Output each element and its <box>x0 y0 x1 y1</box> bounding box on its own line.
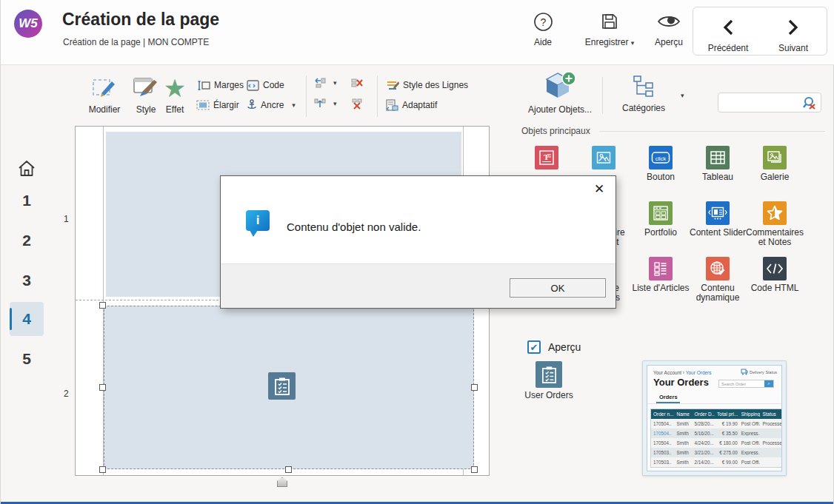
svg-text:click: click <box>655 155 667 162</box>
table-row: 170503..Smith3/21/20...€ 275.00Express..… <box>651 448 782 457</box>
code-button[interactable]: Code <box>247 78 284 93</box>
move-row-up-icon <box>313 98 327 110</box>
previous-button[interactable]: Précédent <box>696 16 760 53</box>
search-clear-icon[interactable] <box>802 96 817 110</box>
move-row-dropdown-arrow[interactable]: ▾ <box>333 100 337 107</box>
resize-handle-mid-right[interactable] <box>471 384 478 391</box>
effect-button[interactable]: ★ Effet <box>158 74 192 115</box>
delivery-cart-icon <box>741 369 748 375</box>
content-slider-object-icon <box>706 201 730 225</box>
table-row: 170504..Smith4/24/20...€ 180.00Post Offi… <box>651 438 782 448</box>
save-dropdown-arrow[interactable]: ▾ <box>631 39 635 47</box>
categories-dropdown-arrow[interactable]: ▾ <box>681 92 684 99</box>
sidebar-page-2[interactable]: 2 <box>10 224 44 258</box>
move-row-button[interactable]: ▾ <box>313 96 337 111</box>
margins-button[interactable]: Marges <box>198 78 244 93</box>
chevron-right-icon <box>761 16 825 38</box>
thumb-search-button: ⌕ <box>764 380 773 387</box>
preview-button[interactable]: Aperçu <box>648 9 690 56</box>
add-objects-button[interactable]: Ajouter Objets... <box>519 70 601 115</box>
dialog-footer: OK <box>221 263 616 308</box>
delete-row-button[interactable] <box>350 96 364 111</box>
object-item-liste-articles[interactable]: Liste d'Articles <box>632 257 690 293</box>
line-style-button[interactable]: Style des Lignes <box>386 78 468 93</box>
toolbar: Modifier Style ★ Effet Marges Code <box>75 68 834 124</box>
resize-handle-bottom-right[interactable] <box>471 466 478 473</box>
widen-icon <box>196 100 210 110</box>
margins-icon <box>198 80 210 91</box>
table-object-icon <box>706 146 730 169</box>
dialog-close-icon[interactable]: ✕ <box>590 180 608 198</box>
image-object-icon <box>592 146 616 169</box>
object-item-tableau[interactable]: Tableau <box>689 146 747 182</box>
sidebar-page-1[interactable]: 1 <box>10 184 44 218</box>
preview-checkbox-label: Aperçu <box>548 341 581 353</box>
delete-column-button[interactable] <box>350 75 364 90</box>
thumb-breadcrumb: Your Account › Your Orders <box>653 370 712 375</box>
checkmark-icon: ✔ <box>530 343 538 352</box>
html-code-object-icon <box>763 257 787 280</box>
app-logo: W5 <box>14 10 42 38</box>
app-window: W5 Création de la page Création de la pa… <box>0 0 834 504</box>
object-item-bouton[interactable]: click Bouton <box>632 146 690 182</box>
user-orders-panel-icon[interactable] <box>536 361 562 388</box>
anchor-dropdown-arrow[interactable]: ▾ <box>292 101 296 109</box>
anchor-button[interactable]: Ancre ▾ <box>247 98 296 112</box>
save-icon <box>580 9 639 34</box>
thumb-table-header: Order n...NameOrder D...Total pri...Ship… <box>651 409 782 419</box>
page-title: Création de la page <box>62 10 219 30</box>
line-style-icon <box>386 80 399 91</box>
delete-column-icon <box>350 77 364 89</box>
widen-button[interactable]: Élargir <box>196 98 239 112</box>
page-sidebar: 1 2 3 4 5 <box>1 124 53 480</box>
sidebar-page-3[interactable]: 3 <box>10 263 44 298</box>
svg-text:?: ? <box>540 16 546 27</box>
object-item-content-slider[interactable]: Content Slider <box>689 201 747 238</box>
help-icon: ? <box>524 9 562 34</box>
insert-cell-dropdown-arrow[interactable]: ▾ <box>333 79 337 87</box>
object-item-portfolio[interactable]: Portfolio <box>632 201 690 238</box>
resize-handle-mid-left[interactable] <box>99 384 106 391</box>
resize-handle-bottom-center[interactable] <box>285 466 292 473</box>
modify-button[interactable]: Modifier <box>81 74 128 115</box>
object-item-commentaires[interactable]: Commentaires et Notes <box>746 201 804 247</box>
object-item-texte[interactable]: T <box>518 146 576 172</box>
insert-cell-left-button[interactable]: ▾ <box>313 75 337 90</box>
resize-handle-bottom-left[interactable] <box>99 466 106 473</box>
sidebar-page-4-selected[interactable]: 4 <box>10 302 44 336</box>
ok-button[interactable]: OK <box>510 278 606 298</box>
row-drag-handle[interactable] <box>277 477 287 487</box>
sidebar-home-button[interactable] <box>10 151 44 185</box>
object-item-galerie[interactable]: Galerie <box>746 146 804 182</box>
insert-cell-left-icon <box>313 77 327 89</box>
resize-handle-top-left[interactable] <box>99 302 106 309</box>
comments-ratings-object-icon <box>763 201 787 225</box>
responsive-button[interactable]: Adaptatif <box>386 98 437 112</box>
object-item-contenu-dynamique[interactable]: Contenu dynamique <box>689 257 747 303</box>
search-input[interactable] <box>723 95 801 110</box>
help-button[interactable]: ? Aide <box>524 9 562 56</box>
table-row: 170503..Smith2/14/20...€ 99.00Post Offi.… <box>651 457 782 467</box>
dynamic-content-object-icon <box>706 257 730 280</box>
table-row: 170504..Smith5/28/20...€ 19.90Post Offi.… <box>651 419 782 429</box>
section-divider <box>599 131 825 132</box>
invalid-content-dialog: ✕ i Contenu d'objet non valide. OK <box>220 175 616 309</box>
eye-icon <box>648 9 690 34</box>
next-button[interactable]: Suivant <box>761 16 825 53</box>
info-icon: i <box>246 210 270 231</box>
star-effect-icon: ★ <box>158 74 192 102</box>
canvas-row-2-label: 2 <box>64 389 69 399</box>
save-button[interactable]: Enregistrer ▾ <box>580 9 639 56</box>
preview-checkbox[interactable]: ✔ <box>527 340 541 354</box>
text-object-icon: T <box>535 146 558 169</box>
add-objects-cube-icon <box>519 70 601 102</box>
breadcrumb: Création de la page | MON COMPTE <box>63 37 209 47</box>
sidebar-page-5[interactable]: 5 <box>10 342 44 376</box>
object-item-image[interactable] <box>575 146 633 172</box>
home-icon <box>18 160 36 177</box>
thumb-orders-table: Order n...NameOrder D...Total pri...Ship… <box>650 409 782 468</box>
object-item-code-html[interactable]: Code HTML <box>746 257 804 293</box>
user-orders-object-icon[interactable] <box>268 372 296 400</box>
categories-button[interactable]: Catégories <box>610 71 678 113</box>
table-row: 170504..Smith5/16/20...€ 35.50Express... <box>651 429 782 438</box>
